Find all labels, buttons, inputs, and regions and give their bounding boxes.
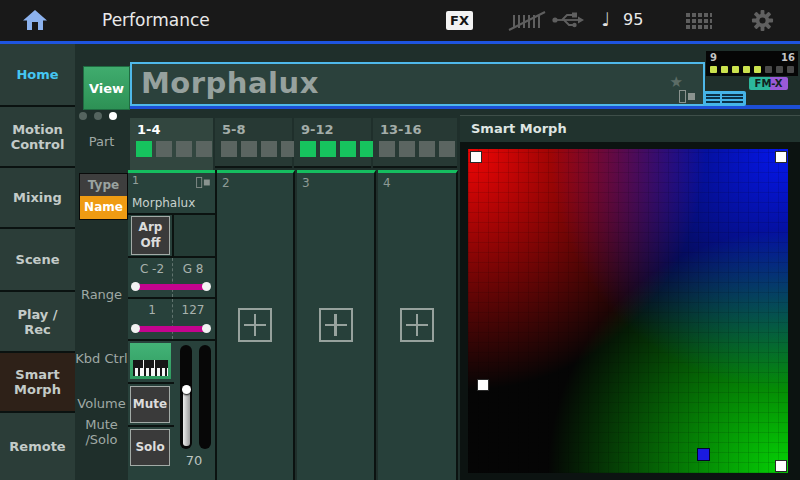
row-label-solo: /Solo	[85, 432, 117, 447]
home-icon[interactable]	[22, 8, 48, 32]
tempo-value[interactable]: 95	[623, 10, 643, 29]
note-range-high[interactable]: G 8	[174, 262, 212, 276]
row-label-volume: Volume	[75, 396, 128, 411]
sidebar-item-motion-control[interactable]: Motion Control	[0, 107, 75, 168]
part-1-kbd-ctrl-cell	[128, 341, 174, 384]
velocity-range-high[interactable]: 127	[174, 303, 212, 317]
usb-icon	[551, 12, 585, 28]
local-control-off-icon	[507, 10, 547, 32]
sidebar-item-mixing[interactable]: Mixing	[0, 168, 75, 229]
page-indicator-dots[interactable]	[79, 112, 117, 120]
velocity-range-low[interactable]: 1	[132, 303, 172, 317]
part-name: Morphalux	[132, 196, 195, 210]
sidebar-item-label: Play / Rec	[4, 307, 71, 337]
keyboard-view-toggle-icon[interactable]	[703, 91, 746, 106]
settings-gear-icon[interactable]	[751, 9, 774, 32]
add-part-button[interactable]	[238, 308, 272, 342]
part-tab-label: 1-4	[137, 122, 161, 137]
performance-name-field[interactable]: Morphalux ★	[130, 62, 705, 106]
sidebar-item-label: Motion Control	[4, 122, 71, 152]
indicator-square	[721, 66, 728, 73]
indicator-square	[261, 141, 277, 157]
range-divider	[172, 299, 173, 339]
part-tab-1-4[interactable]: 1-4	[130, 118, 213, 170]
view-button[interactable]: View	[83, 66, 130, 110]
smart-morph-panel: Smart Morph	[460, 115, 800, 480]
kbd-ctrl-on-icon[interactable]	[130, 343, 171, 379]
indicator-square	[787, 66, 794, 73]
category-flag-icon	[679, 90, 695, 103]
part-number: 4	[383, 176, 391, 190]
part-activity-dots	[710, 66, 794, 73]
indicator-square	[320, 141, 336, 157]
favorite-star-icon[interactable]: ★	[670, 73, 683, 91]
sidebar-item-home[interactable]: Home	[0, 44, 75, 107]
indicator-square	[300, 141, 316, 157]
part-number: 2	[222, 176, 230, 190]
sidebar-item-remote[interactable]: Remote	[0, 413, 75, 480]
note-range-low[interactable]: C -2	[132, 262, 172, 276]
arp-button-line1: Arp	[139, 220, 163, 236]
sidebar-item-label: Home	[16, 67, 58, 82]
parts-9-16-indicator: 9 16	[706, 51, 798, 76]
part-tab-label: 13-16	[380, 122, 422, 137]
indicator-square	[399, 141, 415, 157]
part-1-solo-cell: Solo	[128, 427, 174, 480]
morph-marker-white[interactable]	[470, 151, 482, 163]
indicator-square	[710, 66, 717, 73]
arp-off-button[interactable]: Arp Off	[131, 216, 170, 255]
part-tab-9-12[interactable]: 9-12	[294, 118, 371, 168]
part-1-velocity-range-row: 1 127	[128, 299, 215, 341]
part-1-header[interactable]: 1 Morphalux	[128, 173, 215, 215]
morph-marker-white[interactable]	[477, 379, 489, 391]
solo-button[interactable]: Solo	[130, 429, 170, 466]
sidebar-item-smart-morph[interactable]: Smart Morph	[0, 353, 75, 413]
row-label-mute: Mute	[85, 417, 118, 432]
indicator-square	[241, 141, 257, 157]
screen-title: Performance	[102, 10, 210, 30]
type-toggle[interactable]: Type	[80, 174, 127, 196]
sidebar-item-label: Scene	[16, 252, 60, 267]
part-tab-13-16[interactable]: 13-16	[373, 118, 457, 168]
part-1-arp-row: Arp Off	[128, 215, 215, 258]
sidebar-item-scene[interactable]: Scene	[0, 229, 75, 292]
modx-home-screen: Performance FX ♩ 95	[0, 0, 800, 480]
sidebar-item-label: Remote	[9, 439, 65, 454]
indicator-square	[156, 141, 172, 157]
arp-button-line2: Off	[141, 236, 161, 252]
row-label-part: Part	[75, 134, 128, 149]
add-part-button[interactable]	[400, 308, 434, 342]
volume-fader-thumb[interactable]	[182, 385, 191, 394]
type-name-toggle[interactable]: Type Name	[79, 173, 128, 220]
add-part-button[interactable]	[319, 308, 353, 342]
top-bar: Performance FX ♩ 95	[0, 0, 800, 44]
smart-morph-map[interactable]	[468, 149, 788, 473]
indicator-square	[94, 112, 102, 120]
part-1-mute-cell: Mute	[128, 384, 174, 427]
morph-marker-white[interactable]	[775, 151, 787, 163]
performance-name: Morphalux	[141, 66, 319, 100]
velocity-range-slider[interactable]	[134, 326, 208, 332]
mute-button[interactable]: Mute	[130, 386, 170, 423]
indicator-square	[221, 141, 237, 157]
category-flag-icon	[196, 177, 210, 188]
range-end-label: 16	[781, 52, 795, 63]
name-toggle[interactable]: Name	[80, 196, 127, 219]
morph-marker-white[interactable]	[775, 460, 787, 472]
sidebar-item-play-rec[interactable]: Play / Rec	[0, 292, 75, 353]
indicator-square	[439, 141, 455, 157]
sidebar: Home Motion Control Mixing Scene Play / …	[0, 44, 75, 480]
indicator-square	[754, 66, 761, 73]
morph-marker-current[interactable]	[697, 448, 710, 461]
note-range-slider[interactable]	[134, 284, 208, 290]
indicator-square	[109, 112, 117, 120]
indicator-square	[136, 141, 152, 157]
part-tab-label: 5-8	[222, 122, 246, 137]
fx-indicator[interactable]: FX	[446, 11, 473, 30]
part-tab-5-8[interactable]: 5-8	[215, 118, 292, 168]
row-label-mute-solo: Mute /Solo	[75, 417, 128, 447]
volume-fader[interactable]	[180, 345, 192, 449]
touch-keyboard-icon[interactable]	[686, 13, 712, 29]
indicator-square	[340, 141, 356, 157]
indicator-square	[765, 66, 772, 73]
